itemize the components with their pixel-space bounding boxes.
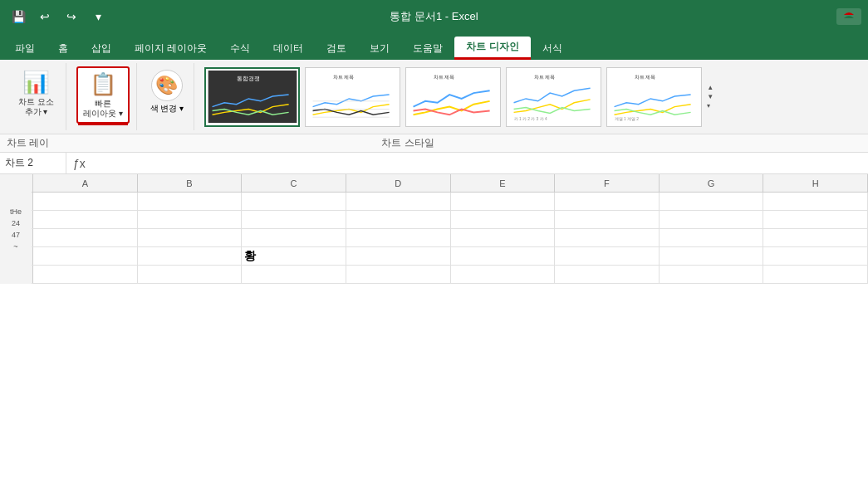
tab-format[interactable]: 서식 [531, 37, 574, 60]
ribbon-toolbar: 📊 차트 요소추가 ▾ 📋 빠른레이아웃 ▾ 🎨 색 변경 ▾ 통합경쟁 [0, 60, 868, 134]
tab-help[interactable]: 도움말 [401, 37, 454, 60]
cell-g2[interactable] [660, 211, 764, 228]
cell-b1[interactable] [138, 193, 243, 210]
sidebar-indicator-24: 24 [12, 219, 20, 227]
customize-icon[interactable]: ▾ [86, 5, 110, 28]
chart-style-4[interactable]: 차트 제목 카 1 카 2 카 3 카 4 [506, 67, 601, 127]
tab-review[interactable]: 검토 [315, 37, 358, 60]
cell-e1[interactable] [451, 193, 556, 210]
cell-f2[interactable] [555, 211, 660, 228]
table-row: 2 [0, 211, 868, 229]
sidebar-indicator-t: tHe [10, 207, 22, 216]
chart-elements-group: 📊 차트 요소추가 ▾ [7, 63, 66, 130]
cell-d3[interactable] [346, 229, 451, 246]
cell-f4[interactable] [555, 247, 660, 265]
window-title: 통합 문서1 - Excel [390, 9, 478, 24]
cell-e2[interactable] [451, 211, 556, 228]
change-color-button[interactable]: 🎨 색 변경 ▾ [147, 66, 188, 118]
cell-h1[interactable] [763, 193, 868, 210]
sidebar-indicator-tilde: ~ [13, 242, 17, 251]
cell-d2[interactable] [346, 211, 451, 228]
table-row: 1 [0, 193, 868, 211]
cell-f5[interactable] [555, 266, 660, 283]
tab-chart-design[interactable]: 차트 디자인 [454, 37, 530, 60]
cell-h4[interactable] [763, 247, 868, 265]
col-header-g[interactable]: G [660, 174, 764, 192]
cell-a2[interactable] [33, 211, 138, 228]
chart-style-5[interactable]: 차트 제목 계열 1 계열 2 [606, 67, 702, 127]
cell-b3[interactable] [138, 229, 243, 246]
color-palette-icon: 🎨 [151, 70, 183, 101]
tab-insert[interactable]: 삽입 [80, 37, 123, 60]
quick-layout-icon: 📋 [90, 71, 116, 97]
cell-a3[interactable] [33, 229, 138, 246]
col-header-f[interactable]: F [555, 174, 660, 192]
tab-data[interactable]: 데이터 [262, 37, 315, 60]
cell-a5[interactable] [33, 266, 138, 283]
chart-style-1[interactable]: 통합경쟁 [204, 67, 300, 127]
chart-style-2[interactable]: 차트 제목 [305, 67, 400, 127]
save-button[interactable]: 💾 [7, 5, 30, 28]
tab-view[interactable]: 보기 [358, 37, 401, 60]
cell-c5[interactable] [242, 266, 346, 283]
sheet-rows: 1 2 3 [0, 193, 868, 284]
tab-page-layout[interactable]: 페이지 레이아웃 [123, 37, 218, 60]
cell-b2[interactable] [138, 211, 243, 228]
cell-c4[interactable]: 황 [242, 247, 346, 265]
tab-formula[interactable]: 수식 [218, 37, 262, 60]
cell-c2[interactable] [242, 211, 346, 228]
quick-layout-button[interactable]: 📋 빠른레이아웃 ▾ [76, 66, 130, 124]
chart-style-label: 차트 스타일 [381, 136, 434, 150]
quick-layout-label: 빠른레이아웃 ▾ [83, 99, 123, 119]
row-indicator-sidebar: tHe 24 47 ~ [0, 174, 32, 284]
col-header-d[interactable]: D [346, 174, 451, 192]
chart-style-scroll[interactable]: ▲ ▼ ▾ [707, 84, 714, 110]
chart-elements-icon: 📊 [22, 70, 49, 95]
cell-g5[interactable] [660, 266, 764, 283]
undo-button[interactable]: ↩ [33, 5, 56, 28]
cell-g3[interactable] [660, 229, 764, 246]
chart-elements-label: 차트 요소추가 ▾ [18, 97, 54, 117]
cell-b4[interactable] [138, 247, 243, 265]
cell-h5[interactable] [763, 266, 868, 283]
cell-f3[interactable] [555, 229, 660, 246]
cell-h2[interactable] [763, 211, 868, 228]
cell-c1[interactable] [242, 193, 346, 210]
cell-d5[interactable] [346, 266, 451, 283]
cell-c3[interactable] [242, 229, 346, 246]
redo-button[interactable]: ↪ [60, 5, 83, 28]
name-box[interactable]: 차트 2 [0, 153, 66, 173]
cell-a1[interactable] [33, 193, 138, 210]
cell-d1[interactable] [346, 193, 451, 210]
tab-home[interactable]: 홈 [47, 37, 80, 60]
sidebar-indicator-47: 47 [12, 231, 20, 239]
cell-e4[interactable] [451, 247, 556, 265]
ribbon-collapse-button[interactable] [836, 8, 861, 25]
cell-b5[interactable] [138, 266, 243, 283]
title-bar: 💾 ↩ ↪ ▾ 통합 문서1 - Excel [0, 0, 868, 33]
col-header-b[interactable]: B [138, 174, 243, 192]
chart-style-group: 통합경쟁 차트 제목 차트 제목 [198, 63, 861, 130]
chart-layout-label: 차트 레이 [7, 136, 49, 150]
cell-f1[interactable] [555, 193, 660, 210]
chart-style-3[interactable]: 차트 제목 [405, 67, 501, 127]
svg-text:차트 제목: 차트 제목 [533, 75, 555, 80]
window-controls [836, 8, 861, 25]
col-header-e[interactable]: E [451, 174, 556, 192]
svg-text:차트 제목: 차트 제목 [433, 75, 454, 80]
cell-g4[interactable] [660, 247, 764, 265]
cell-a4[interactable] [33, 247, 138, 265]
tab-file[interactable]: 파일 [3, 37, 47, 60]
function-wizard-button[interactable]: ƒx [66, 157, 92, 170]
col-header-a[interactable]: A [33, 174, 138, 192]
cell-d4[interactable] [346, 247, 451, 265]
cell-h3[interactable] [763, 229, 868, 246]
col-header-h[interactable]: H [763, 174, 868, 192]
cell-g1[interactable] [660, 193, 764, 210]
cell-e3[interactable] [451, 229, 556, 246]
col-header-c[interactable]: C [242, 174, 346, 192]
svg-text:통합경쟁: 통합경쟁 [236, 76, 259, 82]
cell-e5[interactable] [451, 266, 556, 283]
chart-elements-button[interactable]: 📊 차트 요소추가 ▾ [13, 66, 59, 120]
formula-bar: 차트 2 ƒx [0, 153, 868, 174]
